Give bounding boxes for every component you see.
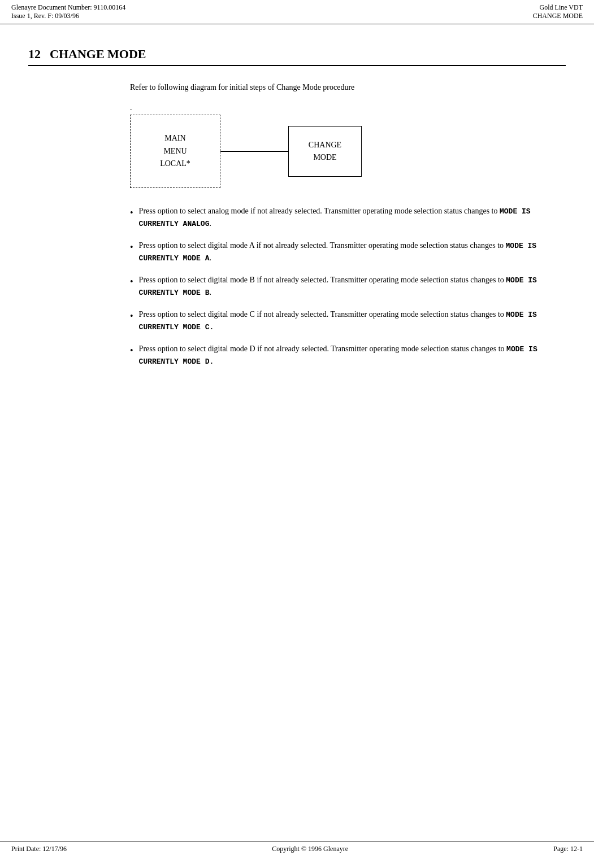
chapter-heading: 12 CHANGE MODE	[28, 47, 566, 66]
bullet-item-4: •Press option to select digital mode C i…	[130, 308, 566, 333]
bullet-item-2: •Press option to select digital mode A i…	[130, 239, 566, 264]
page-footer: Print Date: 12/17/96 Copyright © 1996 Gl…	[0, 841, 594, 857]
connector-line	[220, 151, 288, 152]
bullet-monospace-4: MODE IS CURRENTLY MODE C.	[139, 311, 537, 332]
footer-copyright: Copyright © 1996 Glenayre	[272, 845, 348, 853]
main-menu-box: MAIN MENU LOCAL*	[130, 115, 220, 188]
bullet-text-3: Press option to select digital mode B if…	[139, 274, 566, 298]
change-mode-line1: CHANGE	[309, 141, 341, 149]
doc-number: Glenayre Document Number: 9110.00164	[11, 3, 125, 12]
header-right: Gold Line VDT CHANGE MODE	[533, 3, 583, 20]
bullet-dot-1: •	[130, 206, 133, 220]
change-mode-text: CHANGE MODE	[309, 139, 341, 164]
main-menu-line3: LOCAL*	[160, 159, 190, 168]
bullet-item-3: •Press option to select digital mode B i…	[130, 274, 566, 298]
main-menu-line1: MAIN	[164, 134, 185, 142]
intro-text: Refer to following diagram for initial s…	[130, 83, 566, 92]
bullet-dot-4: •	[130, 309, 133, 323]
bullet-text-4: Press option to select digital mode C if…	[139, 308, 566, 333]
diagram-container: MAIN MENU LOCAL* CHANGE MODE	[130, 115, 566, 188]
bullet-monospace-5: MODE IS CURRENTLY MODE D.	[139, 345, 537, 366]
chapter-number: 12	[28, 47, 41, 62]
body-content: Refer to following diagram for initial s…	[130, 83, 566, 367]
bullet-item-5: •Press option to select digital mode D i…	[130, 343, 566, 367]
chapter-title: CHANGE MODE	[50, 47, 146, 62]
change-mode-box: CHANGE MODE	[288, 126, 362, 177]
change-mode-line2: MODE	[313, 153, 336, 162]
bullet-monospace-2: MODE IS CURRENTLY MODE A	[139, 242, 537, 263]
bullet-item-1: •Press option to select analog mode if n…	[130, 205, 566, 229]
bullet-dot-5: •	[130, 344, 133, 357]
page-header: Glenayre Document Number: 9110.00164 Iss…	[0, 0, 594, 24]
bullet-dot-3: •	[130, 275, 133, 289]
bullet-dot-2: •	[130, 241, 133, 254]
main-menu-text: MAIN MENU LOCAL*	[160, 132, 190, 170]
diagram-dot: .	[130, 103, 566, 112]
page-content: 12 CHANGE MODE Refer to following diagra…	[0, 24, 594, 411]
product-name: Gold Line VDT	[533, 3, 583, 12]
footer-page-number: Page: 12-1	[553, 845, 583, 853]
bullet-list: •Press option to select analog mode if n…	[130, 205, 566, 367]
header-left: Glenayre Document Number: 9110.00164 Iss…	[11, 3, 125, 20]
bullet-text-5: Press option to select digital mode D if…	[139, 343, 566, 367]
footer-print-date: Print Date: 12/17/96	[11, 845, 67, 853]
diagram-area: . MAIN MENU LOCAL* CHANGE MODE	[130, 103, 566, 188]
bullet-text-2: Press option to select digital mode A if…	[139, 239, 566, 264]
bullet-monospace-3: MODE IS CURRENTLY MODE B	[139, 276, 537, 297]
bullet-monospace-1: MODE IS CURRENTLY ANALOG	[139, 207, 531, 228]
main-menu-line2: MENU	[163, 147, 187, 155]
section-name-header: CHANGE MODE	[533, 12, 583, 20]
issue-rev: Issue 1, Rev. F: 09/03/96	[11, 12, 125, 20]
bullet-text-1: Press option to select analog mode if no…	[139, 205, 566, 229]
